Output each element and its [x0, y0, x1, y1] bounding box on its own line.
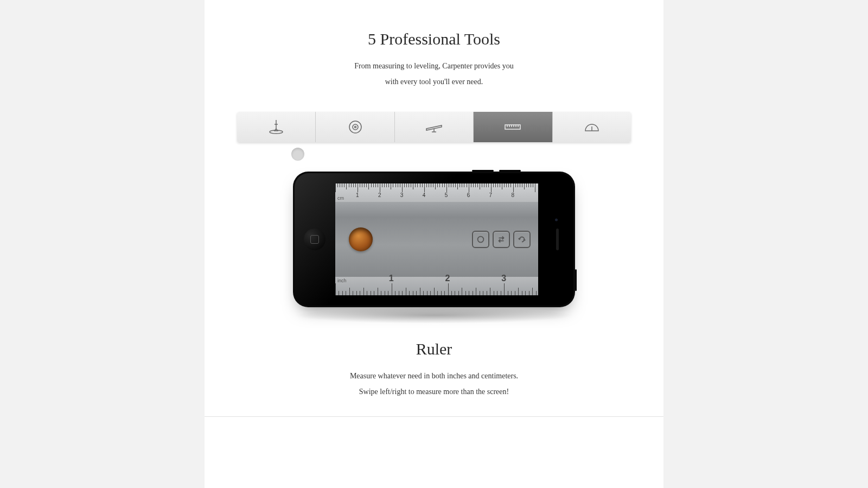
phone-volume-button: [499, 170, 521, 172]
phone-camera: [555, 218, 558, 221]
protractor-icon: [581, 119, 603, 135]
ruler-icon: [502, 119, 524, 135]
tab-plumb-bob[interactable]: [237, 112, 316, 142]
tab-bubble-level[interactable]: [395, 112, 474, 142]
tool-tabbar: [237, 112, 631, 142]
section-title: 5 Professional Tools: [205, 30, 663, 48]
tab-surface-level[interactable]: [316, 112, 394, 142]
phone-frame: cm 12345678: [293, 172, 575, 307]
bubble-level-icon: [423, 119, 445, 135]
feature-title: Ruler: [205, 340, 663, 358]
cm-tick-label: 6: [467, 192, 470, 198]
feature-desc-line: Measure whatever need in both inches and…: [350, 372, 518, 380]
swap-units-button[interactable]: [493, 231, 510, 248]
main-content: 5 Professional Tools From measuring to l…: [205, 0, 663, 488]
section-subtitle: From measuring to leveling, Carpenter pr…: [205, 58, 663, 90]
cm-tick-label: 5: [445, 192, 448, 198]
inch-tick-label: 3: [501, 274, 506, 283]
app-screen: cm 12345678: [335, 183, 538, 295]
bottom-spacer: [205, 417, 663, 466]
phone-power-button: [575, 269, 577, 291]
device-preview: cm 12345678: [205, 172, 663, 329]
surface-level-icon: [344, 119, 366, 135]
subtitle-line: From measuring to leveling, Carpenter pr…: [354, 62, 514, 70]
inch-tick-label: 1: [389, 274, 394, 283]
cm-tick-label: 3: [400, 192, 404, 198]
ruler-scale-cm: cm 12345678: [335, 183, 538, 202]
inch-tick-label: 2: [445, 274, 450, 283]
cm-tick-label: 7: [489, 192, 493, 198]
ruler-scale-inch: inch 123: [335, 277, 538, 295]
phone-home-button: [304, 229, 326, 250]
phone-volume-button: [472, 170, 494, 172]
ruler-action-buttons: [472, 231, 531, 248]
cm-tick-label: 8: [512, 192, 515, 198]
svg-point-2: [353, 124, 358, 130]
svg-point-5: [478, 236, 484, 242]
svg-point-1: [349, 121, 361, 133]
tab-protractor[interactable]: [553, 112, 631, 142]
subtitle-line: with every tool you'll ever need.: [385, 78, 483, 86]
cm-tick-label: 4: [423, 192, 426, 198]
plumb-bob-icon: [265, 119, 287, 135]
cm-tick-label: 2: [378, 192, 381, 198]
feature-description: Measure whatever need in both inches and…: [205, 368, 663, 416]
tab-ruler[interactable]: [474, 112, 552, 142]
cm-tick-label: 1: [356, 192, 359, 198]
decorative-badge: [291, 148, 304, 161]
refresh-button[interactable]: [513, 231, 531, 248]
phone-speaker: [556, 229, 559, 250]
reset-button[interactable]: [472, 231, 489, 248]
ruler-hole-decoration: [349, 227, 373, 251]
svg-point-3: [354, 126, 356, 128]
feature-desc-line: Swipe left/right to measure more than th…: [359, 388, 509, 396]
